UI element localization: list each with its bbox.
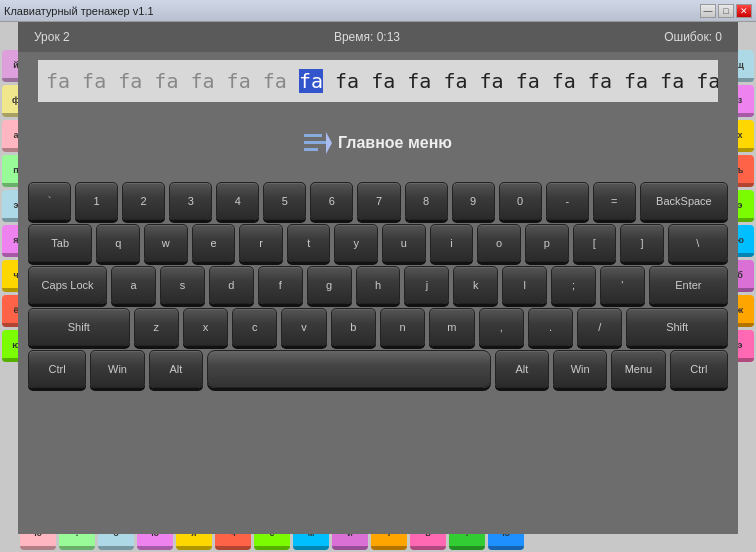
key-/[interactable]: / <box>577 308 622 346</box>
app-area: Урок 2 Время: 0:13 Ошибок: 0 fa fa fa fa… <box>18 22 738 534</box>
key-alt[interactable]: Alt <box>149 350 203 388</box>
time-label: Время: 0:13 <box>334 30 400 44</box>
errors-label: Ошибок: 0 <box>664 30 722 44</box>
main-menu-area: Главное меню <box>18 132 738 154</box>
key-d[interactable]: d <box>209 266 254 304</box>
key-ctrl[interactable]: Ctrl <box>28 350 86 388</box>
key-0[interactable]: 0 <box>499 182 542 220</box>
key-row-4: CtrlWinAltAltWinMenuCtrl <box>28 350 728 388</box>
maximize-button[interactable]: □ <box>718 4 734 18</box>
key-q[interactable]: q <box>96 224 140 262</box>
key-7[interactable]: 7 <box>357 182 400 220</box>
key-3[interactable]: 3 <box>169 182 212 220</box>
key-m[interactable]: m <box>429 308 474 346</box>
key-[[interactable]: [ <box>573 224 617 262</box>
key-9[interactable]: 9 <box>452 182 495 220</box>
key-row-2: Caps Lockasdfghjkl;'Enter <box>28 266 728 304</box>
typing-area: fa fa fa fa fa fa fa fa fa fa fa fa fa f… <box>38 60 718 102</box>
keyboard: `1234567890-=BackSpaceTabqwertyuiop[]\Ca… <box>28 182 728 524</box>
key-ctrl[interactable]: Ctrl <box>670 350 728 388</box>
key-t[interactable]: t <box>287 224 331 262</box>
key-=[interactable]: = <box>593 182 636 220</box>
key-s[interactable]: s <box>160 266 205 304</box>
key-backspace[interactable]: BackSpace <box>640 182 728 220</box>
key-k[interactable]: k <box>453 266 498 304</box>
key-'[interactable]: ' <box>600 266 645 304</box>
window-title: Клавиатурный тренажер v1.1 <box>4 5 154 17</box>
key-enter[interactable]: Enter <box>649 266 728 304</box>
key-h[interactable]: h <box>356 266 401 304</box>
key-c[interactable]: c <box>232 308 277 346</box>
key-row-0: `1234567890-=BackSpace <box>28 182 728 220</box>
key-r[interactable]: r <box>239 224 283 262</box>
key-u[interactable]: u <box>382 224 426 262</box>
key-j[interactable]: j <box>404 266 449 304</box>
svg-rect-0 <box>304 134 322 137</box>
key-b[interactable]: b <box>331 308 376 346</box>
key-g[interactable]: g <box>307 266 352 304</box>
svg-rect-1 <box>304 141 326 144</box>
key-4[interactable]: 4 <box>216 182 259 220</box>
key-][interactable]: ] <box>620 224 664 262</box>
key-1[interactable]: 1 <box>75 182 118 220</box>
key-i[interactable]: i <box>430 224 474 262</box>
pending-chars: fa fa fa fa fa fa fa fa fa fa fa <box>323 69 718 93</box>
main-menu-label: Главное меню <box>338 134 452 152</box>
key-w[interactable]: w <box>144 224 188 262</box>
key-p[interactable]: p <box>525 224 569 262</box>
key-caps-lock[interactable]: Caps Lock <box>28 266 107 304</box>
title-bar: Клавиатурный тренажер v1.1 — □ ✕ <box>0 0 756 22</box>
key-shift[interactable]: Shift <box>28 308 130 346</box>
current-char: fa <box>299 69 323 93</box>
key-2[interactable]: 2 <box>122 182 165 220</box>
key-x[interactable]: x <box>183 308 228 346</box>
key-alt[interactable]: Alt <box>495 350 549 388</box>
key-shift[interactable]: Shift <box>626 308 728 346</box>
window-controls: — □ ✕ <box>700 4 752 18</box>
key-l[interactable]: l <box>502 266 547 304</box>
key-f[interactable]: f <box>258 266 303 304</box>
key-v[interactable]: v <box>281 308 326 346</box>
key-.[interactable]: . <box>528 308 573 346</box>
key-,[interactable]: , <box>479 308 524 346</box>
key-e[interactable]: e <box>192 224 236 262</box>
key-row-1: Tabqwertyuiop[]\ <box>28 224 728 262</box>
menu-icon <box>304 132 332 154</box>
key-3[interactable] <box>207 350 491 388</box>
typed-text: fa fa fa fa fa fa fa fa fa fa fa fa fa f… <box>46 69 718 93</box>
minimize-button[interactable]: — <box>700 4 716 18</box>
main-menu-button[interactable]: Главное меню <box>304 132 452 154</box>
close-button[interactable]: ✕ <box>736 4 752 18</box>
key-y[interactable]: y <box>334 224 378 262</box>
key-tab[interactable]: Tab <box>28 224 92 262</box>
key-n[interactable]: n <box>380 308 425 346</box>
key-\[interactable]: \ <box>668 224 728 262</box>
key-;[interactable]: ; <box>551 266 596 304</box>
key-6[interactable]: 6 <box>310 182 353 220</box>
key-`[interactable]: ` <box>28 182 71 220</box>
key-z[interactable]: z <box>134 308 179 346</box>
key-win[interactable]: Win <box>90 350 144 388</box>
svg-rect-2 <box>304 148 318 151</box>
typed-chars: fa fa fa fa fa fa fa <box>46 69 299 93</box>
key--[interactable]: - <box>546 182 589 220</box>
key-row-3: Shiftzxcvbnm,./Shift <box>28 308 728 346</box>
key-8[interactable]: 8 <box>405 182 448 220</box>
stats-bar: Урок 2 Время: 0:13 Ошибок: 0 <box>18 22 738 52</box>
key-menu[interactable]: Menu <box>611 350 665 388</box>
key-win[interactable]: Win <box>553 350 607 388</box>
lesson-label: Урок 2 <box>34 30 70 44</box>
key-5[interactable]: 5 <box>263 182 306 220</box>
key-o[interactable]: o <box>477 224 521 262</box>
key-a[interactable]: a <box>111 266 156 304</box>
svg-marker-3 <box>326 132 332 154</box>
